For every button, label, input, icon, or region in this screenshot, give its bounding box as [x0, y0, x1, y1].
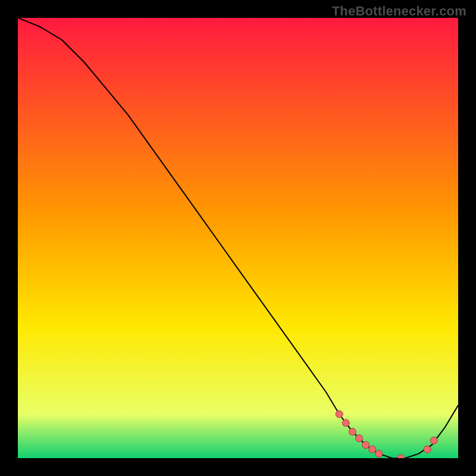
- plot-area: [18, 18, 458, 458]
- chart-frame: TheBottlenecker.com: [0, 0, 476, 476]
- marker-dot: [349, 428, 356, 436]
- chart-svg: [18, 18, 458, 458]
- marker-dot: [336, 411, 343, 418]
- marker-dot: [369, 446, 376, 453]
- marker-dot: [362, 441, 369, 449]
- marker-dot: [342, 419, 349, 427]
- gradient-background: [18, 18, 458, 458]
- marker-dot: [424, 446, 431, 453]
- watermark-text: TheBottlenecker.com: [332, 4, 466, 19]
- marker-dot: [430, 437, 437, 444]
- marker-dot: [356, 435, 363, 442]
- marker-dot: [375, 450, 383, 458]
